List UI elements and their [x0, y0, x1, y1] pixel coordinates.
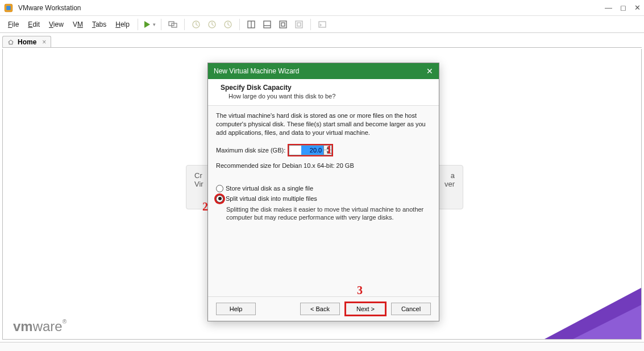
- menubar: File Edit View VM Tabs Help ▾: [0, 16, 644, 33]
- snapshot-icon-1[interactable]: [189, 18, 203, 31]
- separator: [138, 19, 138, 30]
- cancel-button[interactable]: Cancel: [391, 303, 431, 315]
- recommended-size-text: Recommended size for Debian 10.x 64-bit:…: [216, 162, 431, 169]
- dialog-header: Specify Disk Capacity How large do you w…: [208, 79, 439, 106]
- home-icon: [7, 39, 14, 46]
- help-button[interactable]: Help: [216, 303, 256, 315]
- dialog-title: New Virtual Machine Wizard: [214, 67, 426, 75]
- radio-split-help-text: Splitting the disk makes it easier to mo…: [226, 205, 431, 222]
- svg-rect-1: [6, 6, 11, 10]
- separator: [239, 19, 240, 30]
- console-icon[interactable]: [315, 18, 329, 31]
- svg-rect-10: [264, 21, 271, 28]
- disk-size-label: Maximum disk size (GB):: [216, 147, 285, 154]
- close-button[interactable]: ✕: [634, 3, 641, 12]
- svg-rect-13: [281, 23, 285, 26]
- radio-store-single[interactable]: [216, 185, 223, 192]
- app-title: VMware Workstation: [18, 4, 605, 12]
- intro-text: The virtual machine's hard disk is store…: [216, 112, 431, 137]
- separator: [161, 19, 161, 30]
- snapshot-icon-3[interactable]: [221, 18, 235, 31]
- tab-underline: [2, 47, 642, 48]
- dialog-heading: Specify Disk Capacity: [221, 84, 426, 92]
- dialog-footer: Help < Back Next > Cancel: [208, 296, 439, 321]
- tab-home[interactable]: Home ×: [2, 36, 51, 48]
- maximize-button[interactable]: ◻: [620, 3, 626, 12]
- tab-label: Home: [18, 38, 36, 46]
- tabstrip: Home ×: [0, 33, 644, 48]
- next-button[interactable]: Next >: [346, 303, 385, 315]
- devices-icon[interactable]: [166, 18, 180, 31]
- statusbar: [0, 342, 644, 351]
- radio-store-single-label: Store virtual disk as a single file: [226, 185, 313, 192]
- app-icon: [3, 3, 14, 13]
- dialog-titlebar[interactable]: New Virtual Machine Wizard ✕: [208, 63, 439, 79]
- disk-size-input[interactable]: [289, 145, 324, 155]
- separator: [310, 19, 311, 30]
- content-area: Cra Virver vmware® New Virtual Machine W…: [2, 49, 642, 340]
- dialog-body: The virtual machine's hard disk is store…: [208, 106, 439, 296]
- menu-vm[interactable]: VM: [68, 19, 88, 30]
- layout-icon-3[interactable]: [276, 18, 290, 31]
- svg-marker-2: [144, 21, 150, 28]
- radio-split-multiple[interactable]: [216, 195, 223, 203]
- tab-close-icon[interactable]: ×: [42, 38, 46, 46]
- menu-edit[interactable]: Edit: [23, 19, 44, 30]
- dialog-subheading: How large do you want this disk to be?: [228, 93, 426, 100]
- dialog-close-icon[interactable]: ✕: [426, 67, 433, 76]
- annotation-3: 3: [357, 284, 363, 297]
- disk-storage-radio-group: Store virtual disk as a single file Spli…: [216, 185, 431, 222]
- minimize-button[interactable]: —: [605, 3, 612, 12]
- svg-rect-14: [296, 21, 302, 28]
- svg-rect-16: [319, 22, 326, 27]
- menu-view[interactable]: View: [44, 19, 68, 30]
- radio-split-multiple-label: Split virtual disk into multiple files: [226, 195, 317, 202]
- svg-rect-12: [280, 21, 286, 28]
- vmware-logo: vmware®: [13, 319, 67, 335]
- layout-icon-1[interactable]: [244, 18, 258, 31]
- menu-tabs[interactable]: Tabs: [88, 19, 111, 30]
- svg-rect-15: [297, 23, 301, 26]
- play-button[interactable]: ▾: [143, 18, 156, 31]
- decorative-triangle-overlay: [573, 305, 641, 339]
- titlebar: VMware Workstation — ◻ ✕: [0, 0, 644, 16]
- back-button[interactable]: < Back: [300, 303, 340, 315]
- menu-help[interactable]: Help: [111, 19, 134, 30]
- annotation-1: 1: [326, 143, 332, 156]
- menu-file[interactable]: File: [3, 19, 23, 30]
- new-vm-wizard-dialog: New Virtual Machine Wizard ✕ Specify Dis…: [207, 63, 439, 321]
- layout-icon-2[interactable]: [260, 18, 274, 31]
- annotation-2: 2: [202, 200, 208, 213]
- layout-icon-4[interactable]: [292, 18, 306, 31]
- snapshot-icon-2[interactable]: [205, 18, 219, 31]
- separator: [184, 19, 185, 30]
